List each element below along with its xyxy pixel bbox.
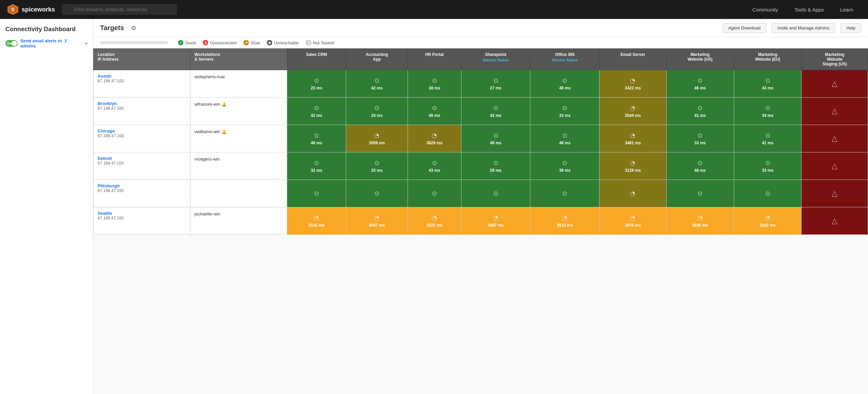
- status-cell-td[interactable]: ◔ 3647 ms: [346, 207, 408, 235]
- nav-link-community[interactable]: Community: [744, 0, 786, 19]
- status-cell[interactable]: △: [802, 180, 868, 207]
- status-cell[interactable]: ⊙ 29 ms: [461, 152, 530, 180]
- status-cell[interactable]: ⊙ 46 ms: [667, 70, 734, 97]
- status-cell-td[interactable]: ◔ 3129 ms: [599, 152, 666, 180]
- status-cell-td[interactable]: ⊙ 32 ms: [287, 152, 346, 180]
- status-cell[interactable]: ⊙ 46 ms: [287, 125, 346, 152]
- status-cell[interactable]: ⊙: [346, 180, 408, 207]
- nav-link-learn[interactable]: Learn: [832, 0, 861, 19]
- status-cell[interactable]: ⊙ 33 ms: [734, 152, 801, 180]
- status-cell[interactable]: ◔ 3521 ms: [408, 207, 461, 234]
- status-cell[interactable]: ⊙ 39 ms: [530, 152, 599, 180]
- status-cell[interactable]: ⊙ 43 ms: [408, 152, 461, 180]
- status-cell-td[interactable]: ◔ 3512 ms: [530, 207, 599, 235]
- status-cell-td[interactable]: ◔ 3102 ms: [734, 207, 801, 235]
- status-cell-td[interactable]: ◔ 3430 ms: [666, 207, 734, 235]
- status-cell-td[interactable]: ◔ 3481 ms: [599, 125, 666, 152]
- status-cell[interactable]: ⊙ 33 ms: [346, 152, 408, 180]
- sharepoint-service-status-link[interactable]: Service Status: [464, 58, 528, 62]
- status-cell-td[interactable]: ⊙ 46 ms: [287, 125, 346, 152]
- status-cell[interactable]: △: [802, 207, 868, 234]
- status-cell[interactable]: ⊙ 46 ms: [530, 125, 599, 152]
- status-cell[interactable]: ⊙ 42 ms: [346, 70, 408, 97]
- status-cell-td[interactable]: ⊙ 33 ms: [530, 98, 599, 125]
- status-cell-td[interactable]: ⊙ 46 ms: [530, 125, 599, 152]
- office365-service-status-link[interactable]: Service Status: [533, 58, 596, 62]
- status-cell[interactable]: ⊙: [734, 180, 801, 207]
- status-cell[interactable]: ⊙: [461, 180, 530, 207]
- status-cell[interactable]: ◔ 3129 ms: [599, 152, 666, 180]
- status-cell-td[interactable]: ◔ 3009 ms: [346, 125, 408, 152]
- status-cell[interactable]: ⊙ 23 ms: [287, 70, 346, 97]
- status-cell-td[interactable]: ⊙ 41 ms: [666, 98, 734, 125]
- status-cell[interactable]: ◔ 3430 ms: [667, 207, 734, 234]
- status-cell-td[interactable]: ⊙ 29 ms: [461, 152, 530, 180]
- status-cell[interactable]: ◔ 3009 ms: [346, 125, 408, 152]
- email-alerts-toggle[interactable]: On: [5, 40, 18, 47]
- status-cell[interactable]: △: [802, 152, 868, 180]
- status-cell-td[interactable]: ⊙ 39 ms: [530, 152, 599, 180]
- chevron-down-icon[interactable]: ▾: [85, 41, 87, 46]
- status-cell-td[interactable]: ⊙ 42 ms: [461, 98, 530, 125]
- status-cell-td[interactable]: ⊙ 33 ms: [734, 152, 801, 180]
- status-cell-td[interactable]: ◔ 3544 ms: [599, 98, 666, 125]
- status-cell[interactable]: ⊙ 33 ms: [530, 98, 599, 125]
- status-cell[interactable]: ⊙ 34 ms: [734, 98, 801, 125]
- location-name[interactable]: Chicago: [98, 128, 186, 133]
- status-cell[interactable]: ⊙ 46 ms: [408, 98, 461, 125]
- status-cell-td[interactable]: ⊙ 38 ms: [408, 70, 461, 98]
- status-cell[interactable]: ⊙ 24 ms: [346, 98, 408, 125]
- status-cell[interactable]: ⊙: [667, 180, 734, 207]
- status-cell[interactable]: △: [802, 70, 868, 97]
- status-cell-td[interactable]: ⊙ 43 ms: [408, 152, 461, 180]
- invite-admins-button[interactable]: Invite and Manage Admins: [772, 23, 835, 33]
- status-cell-td[interactable]: ⊙: [734, 180, 801, 207]
- status-cell-td[interactable]: ⊙ 41 ms: [734, 125, 801, 152]
- status-cell[interactable]: ◔ 3476 ms: [599, 207, 666, 234]
- status-cell[interactable]: ⊙ 38 ms: [408, 70, 461, 97]
- agent-download-button[interactable]: Agent Download: [723, 23, 766, 33]
- status-cell-td[interactable]: ⊙ 42 ms: [287, 98, 346, 125]
- status-cell-td[interactable]: △: [802, 70, 868, 98]
- status-cell-td[interactable]: ⊙ 46 ms: [666, 152, 734, 180]
- status-cell[interactable]: ⊙: [530, 180, 599, 207]
- status-cell[interactable]: ⊙ 33 ms: [667, 125, 734, 152]
- status-cell-td[interactable]: ⊙ 27 ms: [461, 70, 530, 98]
- location-name[interactable]: Austin: [98, 74, 186, 79]
- status-cell[interactable]: ⊙ 46 ms: [461, 125, 530, 152]
- status-cell-td[interactable]: △: [802, 180, 868, 207]
- status-cell-td[interactable]: ⊙ 33 ms: [346, 152, 408, 180]
- status-cell-td[interactable]: △: [802, 207, 868, 235]
- status-cell-td[interactable]: ⊙: [346, 180, 408, 207]
- status-cell-td[interactable]: ⊙ 34 ms: [734, 98, 801, 125]
- status-cell[interactable]: ◔ 3142 ms: [287, 207, 346, 234]
- status-cell[interactable]: ⊙ 42 ms: [287, 98, 346, 125]
- status-cell[interactable]: ⊙ 27 ms: [461, 70, 530, 97]
- status-cell-td[interactable]: ⊙ 48 ms: [530, 70, 599, 98]
- status-cell-td[interactable]: ◔ 3142 ms: [287, 207, 346, 235]
- status-cell[interactable]: ⊙ 42 ms: [461, 98, 530, 125]
- location-name[interactable]: Pittsburgh: [98, 183, 186, 188]
- status-cell[interactable]: ⊙ 41 ms: [734, 125, 801, 152]
- status-cell[interactable]: ◔ 3087 ms: [461, 207, 530, 234]
- status-cell-td[interactable]: ⊙ 24 ms: [346, 98, 408, 125]
- targets-settings-button[interactable]: ⚙: [131, 24, 136, 32]
- location-name[interactable]: Detroit: [98, 156, 186, 161]
- status-cell-td[interactable]: ⊙: [461, 180, 530, 207]
- status-cell-td[interactable]: ⊙: [530, 180, 599, 207]
- status-cell[interactable]: ◔ 3829 ms: [408, 125, 461, 152]
- status-cell-td[interactable]: ⊙ 46 ms: [461, 125, 530, 152]
- status-cell-td[interactable]: ⊙: [666, 180, 734, 207]
- status-cell-td[interactable]: △: [802, 98, 868, 125]
- status-cell-td[interactable]: ⊙: [287, 180, 346, 207]
- status-cell-td[interactable]: ⊙: [408, 180, 461, 207]
- help-button[interactable]: Help: [841, 23, 861, 33]
- status-cell[interactable]: ⊙: [287, 180, 346, 207]
- status-cell-td[interactable]: ⊙ 23 ms: [287, 70, 346, 98]
- status-cell-td[interactable]: ⊙ 46 ms: [666, 70, 734, 98]
- status-cell-td[interactable]: ◔: [599, 180, 666, 207]
- status-cell-td[interactable]: ⊙ 43 ms: [734, 70, 801, 98]
- status-cell-td[interactable]: △: [802, 152, 868, 180]
- status-cell[interactable]: ◔ 3647 ms: [346, 207, 408, 234]
- status-cell-td[interactable]: ◔ 3476 ms: [599, 207, 666, 235]
